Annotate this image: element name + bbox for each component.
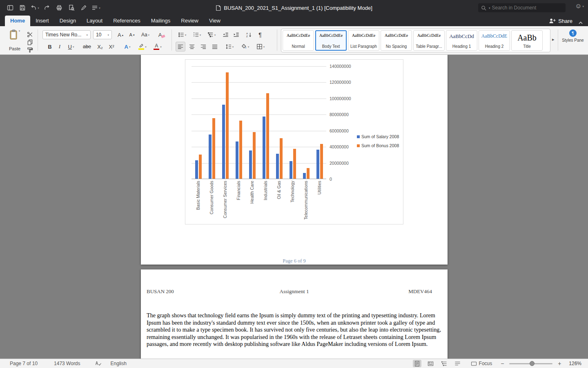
tab-review[interactable]: Review [176, 16, 204, 26]
word-count[interactable]: 1473 Words [54, 361, 80, 366]
print-preview-icon[interactable] [65, 2, 78, 13]
style-normal[interactable]: AaBbCcDdEeNormal [283, 30, 314, 51]
zoom-out-button[interactable]: − [499, 361, 505, 366]
text-effects-button[interactable]: A▾ [121, 42, 134, 52]
align-left-button[interactable] [176, 42, 185, 52]
subscript-button[interactable]: X₂ [95, 42, 105, 52]
draft-view-button[interactable] [453, 360, 462, 367]
search-icon [481, 5, 486, 11]
bullets-button[interactable]: ▾ [176, 30, 189, 40]
tab-insert[interactable]: Insert [30, 16, 54, 26]
style-heading-1[interactable]: AaBbCcDdHeading 1 [446, 30, 477, 51]
style-preview: AaBbCcDdE [481, 33, 507, 39]
zoom-slider[interactable] [509, 363, 552, 364]
paste-button[interactable]: ▾ Paste [5, 29, 24, 52]
style-list-paragraph[interactable]: AaBbCcDdEeList Paragraph [348, 30, 379, 51]
zoom-in-button[interactable]: + [557, 361, 562, 366]
bold-button[interactable]: B [45, 42, 55, 52]
document-canvas[interactable]: 0200000004000000060000000800000001000000… [0, 55, 588, 359]
style-preview: AaBbCcDdEe [385, 33, 408, 38]
language-status[interactable]: English [111, 361, 127, 366]
font-size-select[interactable]: 10▾ [93, 30, 112, 39]
grow-font-button[interactable]: A▴ [115, 30, 126, 40]
shrink-font-button[interactable]: A▾ [127, 30, 137, 40]
chart[interactable]: 0200000004000000060000000800000001000000… [185, 59, 403, 224]
legend-item: Sum of Salary 2008 [357, 134, 399, 139]
feedback-smiley-button[interactable]: ☺▾ [575, 3, 584, 9]
edit-pen-icon[interactable] [78, 2, 90, 13]
style-title[interactable]: AaBbTitle [511, 30, 543, 51]
bar-sum-of-bonus-2008 [280, 138, 283, 179]
bar-sum-of-salary-2008 [263, 117, 265, 179]
sidebar-toggle-button[interactable] [4, 2, 16, 13]
zoom-slider-thumb[interactable] [530, 361, 535, 366]
caret-down-icon: ▾ [214, 34, 216, 36]
font-name-select[interactable]: Times New Ro...▾ [42, 30, 91, 39]
redo-button[interactable] [41, 2, 53, 13]
line-spacing-button[interactable]: ▾ [223, 42, 236, 52]
collapse-ribbon-button[interactable] [578, 19, 583, 26]
print-layout-view-button[interactable] [413, 360, 421, 367]
caret-down-icon: ▾ [107, 34, 109, 36]
align-right-button[interactable] [198, 42, 208, 52]
styles-gallery-more-button[interactable]: ▸ [552, 37, 555, 42]
tab-home[interactable]: Home [5, 16, 30, 26]
outline-view-button[interactable] [440, 360, 448, 367]
tab-design[interactable]: Design [54, 16, 81, 26]
bar-sum-of-salary-2008 [209, 135, 212, 179]
tab-view[interactable]: View [204, 16, 226, 26]
legend-swatch [357, 135, 360, 138]
tab-references[interactable]: References [108, 16, 145, 26]
search-field[interactable] [492, 5, 563, 11]
font-color-button[interactable]: A ▾ [151, 42, 164, 52]
show-paragraph-marks-button[interactable]: ¶ [256, 30, 265, 40]
format-marks-button[interactable]: ▾ [90, 2, 102, 13]
style-no-spacing[interactable]: AaBbCcDdEeNo Spacing [381, 30, 412, 51]
style-preview: AaBbCcDdEe [319, 33, 343, 38]
caret-down-icon: ▾ [129, 45, 131, 48]
undo-button[interactable]: ▾ [29, 2, 41, 13]
share-button[interactable]: Share [549, 17, 572, 25]
style-body-text[interactable]: AaBbCcDdEeBody Text [315, 30, 347, 51]
caret-down-icon: ▾ [263, 45, 265, 48]
print-icon[interactable] [53, 2, 65, 13]
numbering-button[interactable]: ▾ [190, 30, 203, 40]
spellcheck-status-icon[interactable] [95, 361, 102, 366]
highlight-button[interactable]: ▾ [136, 42, 149, 52]
focus-button[interactable]: Focus [471, 361, 492, 366]
search-input[interactable]: ▾ [478, 3, 566, 12]
underline-button[interactable]: U▾ [65, 42, 78, 52]
y-tick-label: 40000000 [330, 144, 349, 149]
strikethrough-button[interactable]: abe [80, 42, 94, 52]
format-painter-button[interactable] [25, 45, 34, 55]
styles-gallery: AaBbCcDdEeNormalAaBbCcDdEeBody TextAaBbC… [281, 29, 550, 52]
sort-button[interactable]: AZ [243, 30, 254, 40]
zoom-level[interactable]: 126% [569, 361, 581, 366]
tab-mailings[interactable]: Mailings [146, 16, 176, 26]
web-layout-view-button[interactable] [426, 360, 435, 367]
align-center-button[interactable] [187, 42, 197, 52]
multilevel-list-button[interactable]: ▾ [205, 30, 218, 40]
borders-button[interactable]: ▾ [254, 42, 267, 52]
italic-button[interactable]: I [56, 42, 64, 52]
page-info[interactable]: Page 7 of 10 [10, 361, 38, 366]
styles-pane-button[interactable]: ¶ Styles Pane [561, 29, 585, 43]
change-case-button[interactable]: Aa▾ [139, 30, 152, 40]
shading-button[interactable]: ▾ [238, 42, 252, 52]
style-table-paragr-[interactable]: AaBbCcDdEeTable Paragr... [413, 30, 445, 51]
sort-icon: AZ [246, 32, 252, 38]
x-category-label: Basic Materials [196, 181, 200, 210]
header-student-id: MDEV464 [408, 288, 432, 295]
legend-label: Sum of Bonus 2008 [361, 143, 399, 148]
save-icon[interactable] [16, 2, 29, 13]
outdent-button[interactable] [220, 30, 230, 40]
superscript-button[interactable]: X² [106, 42, 117, 52]
style-heading-2[interactable]: AaBbCcDdEHeading 2 [479, 30, 510, 51]
justify-button[interactable] [210, 42, 220, 52]
x-category-label: Health Care [249, 181, 254, 204]
bar-sum-of-salary-2008 [249, 150, 252, 179]
indent-button[interactable] [231, 30, 241, 40]
group-divider [38, 29, 38, 51]
clear-formatting-button[interactable]: A [154, 30, 166, 40]
tab-layout[interactable]: Layout [81, 16, 108, 26]
